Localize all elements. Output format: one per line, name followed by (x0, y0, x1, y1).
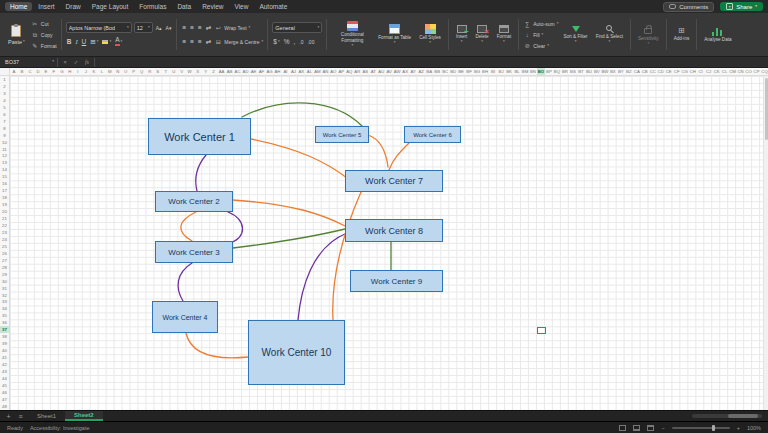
shape-wc7[interactable]: Work Center 7 (345, 170, 443, 192)
row-header-6[interactable]: 6 (0, 111, 9, 118)
column-header-BK[interactable]: BK (505, 68, 513, 75)
column-header-CP[interactable]: CP (753, 68, 761, 75)
align-right-button[interactable]: ≡ (197, 36, 203, 47)
menu-tab-review[interactable]: Review (197, 2, 228, 11)
column-header-BI[interactable]: BI (489, 68, 497, 75)
column-header-AZ[interactable]: AZ (417, 68, 425, 75)
row-header-17[interactable]: 17 (0, 187, 9, 194)
sort-filter-button[interactable]: Sort & Filter ▾ (560, 26, 590, 44)
shape-wc1[interactable]: Work Center 1 (148, 118, 251, 155)
column-header-G[interactable]: G (58, 68, 66, 75)
formula-input[interactable] (94, 58, 766, 67)
format-cells-button[interactable]: Format ▾ (494, 25, 515, 44)
cut-button[interactable]: ✂Cut (31, 19, 57, 29)
share-button[interactable]: ↑ Share ▾ (720, 2, 763, 11)
column-header-AA[interactable]: AA (218, 68, 226, 75)
column-header-W[interactable]: W (186, 68, 194, 75)
menu-tab-automate[interactable]: Automate (254, 2, 292, 11)
row-header-8[interactable]: 8 (0, 125, 9, 132)
row-header-47[interactable]: 47 (0, 396, 9, 403)
row-header-30[interactable]: 30 (0, 278, 9, 285)
column-header-BE[interactable]: BE (457, 68, 465, 75)
font-name-select[interactable]: Aptos Narrow (Bod▾ (66, 22, 132, 33)
merge-centre-button[interactable]: ⊟ Merge & Centre ▾ (214, 39, 263, 45)
analyse-data-button[interactable]: Analyse Data (701, 27, 734, 42)
zoom-slider[interactable] (672, 427, 730, 429)
copy-button[interactable]: ⧉Copy (31, 30, 57, 40)
row-header-9[interactable]: 9 (0, 132, 9, 139)
column-header-BJ[interactable]: BJ (497, 68, 505, 75)
column-header-AC[interactable]: AC (234, 68, 242, 75)
column-header-X[interactable]: X (194, 68, 202, 75)
italic-button[interactable]: I (74, 36, 78, 47)
column-header-AU[interactable]: AU (377, 68, 385, 75)
row-header-10[interactable]: 10 (0, 139, 9, 146)
column-header-CK[interactable]: CK (713, 68, 721, 75)
conditional-formatting-button[interactable]: Conditional Formatting ▾ (331, 21, 373, 47)
sensitivity-button[interactable]: Sensitivity ▾ (635, 24, 662, 46)
row-header-36[interactable]: 36 (0, 319, 9, 326)
row-header-11[interactable]: 11 (0, 146, 9, 153)
page-layout-view-icon[interactable] (633, 425, 640, 431)
row-header-14[interactable]: 14 (0, 166, 9, 173)
align-top-button[interactable]: ≡ (181, 22, 187, 33)
comma-button[interactable]: , (292, 36, 296, 47)
align-middle-button[interactable]: ≡ (189, 22, 195, 33)
row-header-20[interactable]: 20 (0, 208, 9, 215)
insert-function-icon[interactable]: fx (83, 59, 91, 65)
format-painter-button[interactable]: ✎Format (31, 41, 57, 51)
shape-wc2[interactable]: Work Center 2 (155, 191, 233, 212)
row-header-45[interactable]: 45 (0, 382, 9, 389)
page-break-view-icon[interactable] (647, 425, 654, 431)
accessibility-status[interactable]: Accessibility: Investigate (30, 425, 90, 431)
row-header-19[interactable]: 19 (0, 201, 9, 208)
column-header-AS[interactable]: AS (361, 68, 369, 75)
column-header-BX[interactable]: BX (609, 68, 617, 75)
column-header-CQ[interactable]: CQ (761, 68, 768, 75)
grid-cells[interactable] (10, 76, 768, 410)
column-header-CD[interactable]: CD (657, 68, 665, 75)
row-header-27[interactable]: 27 (0, 257, 9, 264)
enter-icon[interactable]: ✓ (72, 59, 80, 65)
borders-button[interactable]: ⊞▾ (89, 36, 99, 47)
align-bottom-button[interactable]: ≡ (197, 22, 203, 33)
row-header-42[interactable]: 42 (0, 361, 9, 368)
row-header-46[interactable]: 46 (0, 389, 9, 396)
column-header-BS[interactable]: BS (569, 68, 577, 75)
row-header-44[interactable]: 44 (0, 375, 9, 382)
column-header-Y[interactable]: Y (202, 68, 210, 75)
cancel-icon[interactable]: × (61, 59, 69, 65)
column-header-BD[interactable]: BD (449, 68, 457, 75)
sheet-list-icon[interactable]: ≡ (16, 413, 25, 420)
column-header-CE[interactable]: CE (665, 68, 673, 75)
column-header-CN[interactable]: CN (737, 68, 745, 75)
orientation-button[interactable]: ⇄ (205, 22, 212, 33)
shape-wc4[interactable]: Work Center 4 (152, 301, 218, 333)
column-header-AD[interactable]: AD (242, 68, 250, 75)
column-header-AJ[interactable]: AJ (289, 68, 297, 75)
currency-button[interactable]: $▾ (272, 36, 280, 47)
column-header-S[interactable]: S (154, 68, 162, 75)
column-header-Z[interactable]: Z (210, 68, 218, 75)
column-header-Q[interactable]: Q (138, 68, 146, 75)
column-header-BM[interactable]: BM (521, 68, 529, 75)
row-header-3[interactable]: 3 (0, 90, 9, 97)
column-header-AQ[interactable]: AQ (345, 68, 353, 75)
cell-styles-button[interactable]: Cell Styles ▾ (416, 24, 444, 45)
column-header-N[interactable]: N (114, 68, 122, 75)
column-header-F[interactable]: F (50, 68, 58, 75)
column-header-BQ[interactable]: BQ (553, 68, 561, 75)
zoom-level[interactable]: 100% (747, 425, 761, 431)
row-header-48[interactable]: 48 (0, 403, 9, 410)
row-header-25[interactable]: 25 (0, 243, 9, 250)
underline-button[interactable]: U (81, 36, 88, 47)
column-header-CI[interactable]: CI (697, 68, 705, 75)
column-header-CJ[interactable]: CJ (705, 68, 713, 75)
column-header-AX[interactable]: AX (401, 68, 409, 75)
column-header-BN[interactable]: BN (529, 68, 537, 75)
row-header-41[interactable]: 41 (0, 354, 9, 361)
column-header-CG[interactable]: CG (681, 68, 689, 75)
column-header-H[interactable]: H (66, 68, 74, 75)
column-header-T[interactable]: T (162, 68, 170, 75)
row-header-32[interactable]: 32 (0, 292, 9, 299)
